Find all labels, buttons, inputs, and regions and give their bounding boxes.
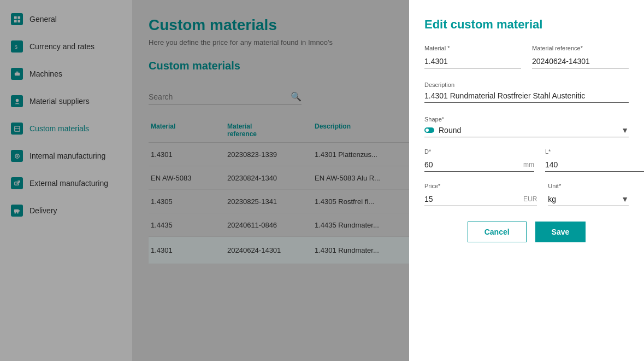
price-input-wrapper: EUR [424, 193, 537, 206]
material-label: Material * [424, 45, 521, 51]
form-group-unit: Unit* kg piece m ▼ [548, 183, 629, 206]
shape-select-wrapper: Round Flat ▼ [424, 124, 629, 137]
l-label: L* [545, 148, 644, 155]
modal-actions: Cancel Save [424, 222, 629, 242]
shape-label: Shape* [424, 116, 444, 123]
form-row-material: Material * Material reference* [424, 45, 629, 68]
form-group-description: Description [424, 79, 629, 103]
form-row-price-unit: Price* EUR Unit* kg piece m ▼ [424, 183, 629, 206]
l-input[interactable] [545, 158, 641, 171]
form-group-material: Material * [424, 45, 521, 68]
shape-round-icon [424, 127, 434, 133]
material-input[interactable] [424, 55, 521, 68]
form-group-d: D* mm [424, 148, 534, 172]
form-group-price: Price* EUR [424, 183, 537, 206]
unit-select-wrapper: kg piece m ▼ [548, 193, 629, 206]
shape-select[interactable]: Round Flat [439, 126, 621, 135]
chevron-down-icon: ▼ [621, 195, 629, 203]
form-group-l: L* mm [545, 148, 644, 172]
l-unit-label: mm [641, 161, 644, 168]
modal-title: Edit custom material [424, 18, 629, 32]
price-label: Price* [424, 183, 537, 189]
form-group-material-reference: Material reference* [532, 45, 629, 68]
save-button[interactable]: Save [535, 222, 586, 242]
material-reference-input[interactable] [532, 55, 629, 68]
l-input-wrapper: mm [545, 158, 644, 172]
modal-overlay: Edit custom material Material * Material… [0, 0, 644, 361]
form-group-shape: Shape* Round Flat ▼ [424, 114, 629, 137]
material-reference-label: Material reference* [532, 45, 629, 51]
description-label: Description [424, 81, 454, 88]
description-input[interactable] [424, 89, 629, 103]
unit-select[interactable]: kg piece m [548, 195, 621, 203]
price-input[interactable] [424, 193, 520, 206]
cancel-button[interactable]: Cancel [468, 222, 527, 242]
edit-modal: Edit custom material Material * Material… [409, 0, 644, 361]
chevron-down-icon: ▼ [621, 126, 629, 135]
price-unit-label: EUR [520, 195, 537, 203]
d-unit-label: mm [520, 161, 534, 168]
d-label: D* [424, 148, 534, 155]
d-input[interactable] [424, 158, 520, 171]
unit-label: Unit* [548, 183, 629, 189]
form-row-dimensions: D* mm L* mm [424, 148, 629, 172]
d-input-wrapper: mm [424, 158, 534, 172]
